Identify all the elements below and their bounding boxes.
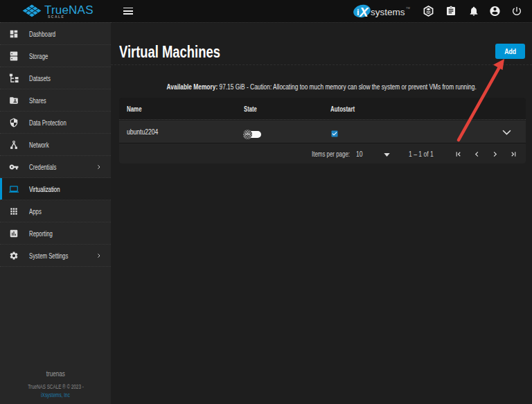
svg-text:systems: systems xyxy=(371,7,405,17)
svg-text:X: X xyxy=(359,5,369,19)
svg-text:TM: TM xyxy=(406,6,410,10)
